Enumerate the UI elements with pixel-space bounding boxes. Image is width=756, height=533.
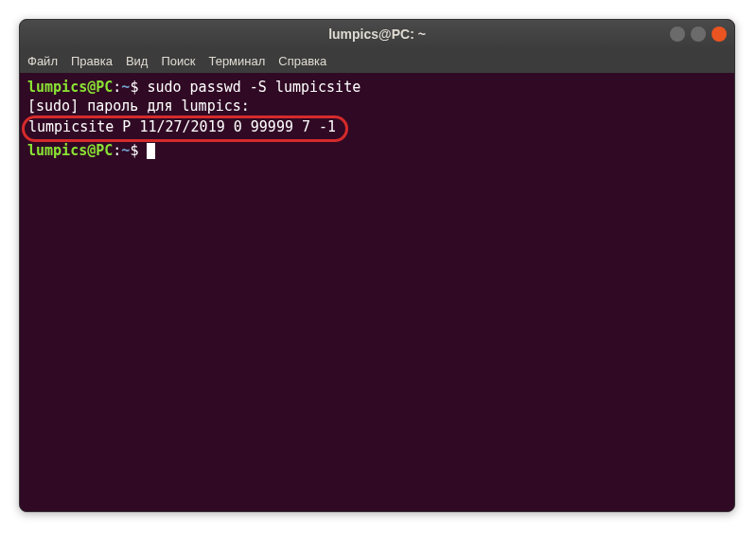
menu-view[interactable]: Вид [126, 54, 149, 68]
menu-help[interactable]: Справка [278, 54, 326, 68]
menu-edit[interactable]: Правка [71, 54, 113, 68]
minimize-button[interactable] [670, 27, 685, 42]
sudo-prompt: [sudo] пароль для lumpics: [27, 98, 250, 115]
titlebar: lumpics@PC: ~ [20, 20, 734, 48]
menu-terminal[interactable]: Терминал [208, 54, 265, 68]
prompt-user: lumpics@PC [27, 79, 113, 96]
menu-search[interactable]: Поиск [161, 54, 195, 68]
cursor [147, 143, 155, 159]
menu-file[interactable]: Файл [27, 54, 58, 68]
prompt-symbol: $ [130, 142, 138, 159]
prompt-colon: : [113, 79, 121, 96]
prompt-user: lumpics@PC [27, 142, 113, 159]
window-controls [670, 27, 727, 42]
window-title: lumpics@PC: ~ [328, 27, 426, 42]
terminal-line-1: lumpics@PC:~$ sudo passwd -S lumpicsite [27, 79, 727, 98]
terminal-body[interactable]: lumpics@PC:~$ sudo passwd -S lumpicsite … [20, 73, 734, 166]
terminal-line-2: [sudo] пароль для lumpics: [27, 98, 727, 116]
prompt-symbol: $ [130, 79, 138, 96]
maximize-button[interactable] [691, 27, 706, 42]
close-button[interactable] [712, 27, 727, 42]
menubar: Файл Правка Вид Поиск Терминал Справка [20, 48, 734, 73]
passwd-output: lumpicsite P 11/27/2019 0 99999 7 -1 [28, 118, 336, 135]
terminal-window: lumpics@PC: ~ Файл Правка Вид Поиск Терм… [19, 19, 735, 512]
terminal-line-3: lumpicsite P 11/27/2019 0 99999 7 -1 [27, 115, 727, 142]
highlight-annotation: lumpicsite P 11/27/2019 0 99999 7 -1 [22, 115, 348, 142]
prompt-colon: : [113, 142, 121, 159]
terminal-line-4: lumpics@PC:~$ [27, 142, 727, 161]
command-text: sudo passwd -S lumpicsite [147, 79, 360, 96]
